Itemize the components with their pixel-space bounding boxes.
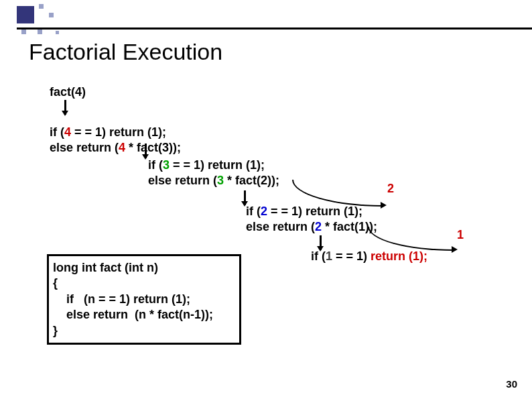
arrow-down-icon	[244, 190, 246, 205]
decor-square-small	[49, 13, 54, 17]
trace-step-2: if (3 = = 1) return (1); else return (3 …	[148, 158, 309, 188]
trace-step-4: if (1 = = 1) return (1);	[311, 249, 485, 264]
arrow-down-icon	[145, 144, 147, 158]
page-number: 30	[506, 378, 517, 390]
slide-title: Factorial Execution	[29, 39, 222, 65]
arrow-down-icon	[64, 100, 66, 115]
decor-square-small	[38, 30, 42, 34]
return-arrow-icon	[368, 227, 454, 251]
return-arrow-icon	[292, 180, 383, 207]
decor-square-small	[21, 30, 26, 34]
code-definition-box: long int fact (int n) { if (n = = 1) ret…	[47, 254, 241, 345]
decor-square-small	[39, 4, 44, 9]
top-border	[17, 27, 532, 30]
trace-call: fact(4)	[50, 84, 505, 100]
decor-square-large	[17, 6, 34, 23]
trace-step-1: if (4 = = 1) return (1); else return (4 …	[50, 125, 204, 156]
return-value-2: 2	[387, 181, 394, 196]
return-value-1: 1	[457, 227, 464, 243]
decor-square-small	[56, 31, 59, 34]
arrow-down-icon	[320, 235, 322, 250]
